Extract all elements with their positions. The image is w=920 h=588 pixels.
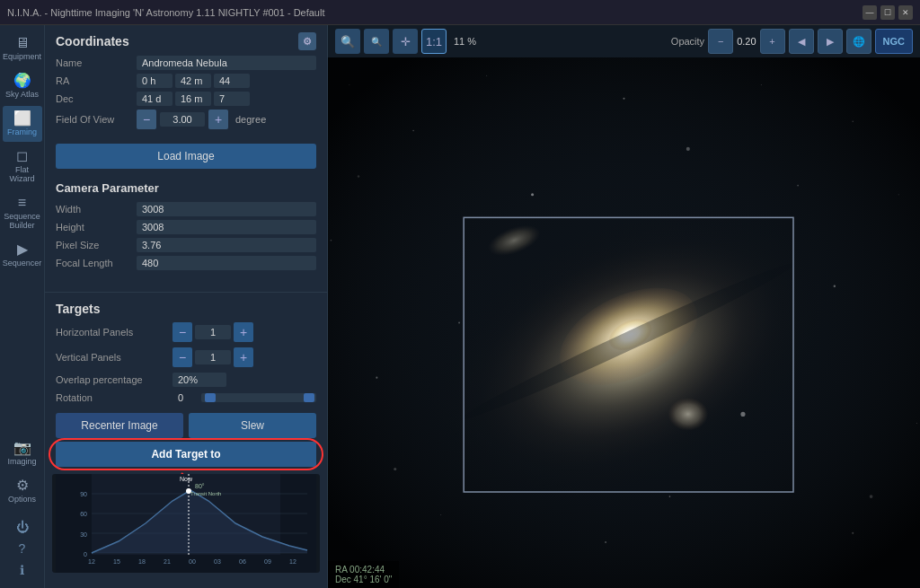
dec-d-input[interactable] (137, 92, 172, 106)
coordinates-settings-btn[interactable]: ⚙ (298, 32, 316, 50)
camera-parameter-section: Camera Parameter Width Height Pixel Size… (45, 178, 327, 288)
icon-sidebar: 🖥 Equipment 🌍 Sky Atlas ⬜ Framing ◻ Flat… (0, 25, 45, 588)
framing-label: Framing (7, 127, 37, 136)
framing-icon: ⬜ (13, 111, 31, 126)
opacity-label: Opacity (671, 36, 704, 47)
fov-plus-btn[interactable]: + (208, 110, 228, 129)
window-controls: — ☐ ✕ (862, 5, 913, 20)
fov-label: Field Of View (56, 114, 137, 125)
vertical-panels-input[interactable] (195, 350, 231, 364)
globe-btn[interactable]: 🌐 (846, 29, 871, 54)
image-toolbar: 🔍 🔍 ✛ 1:1 11 % Opacity − 0.20 + ◀ ▶ 🌐 NG… (328, 25, 920, 57)
divider-1 (45, 292, 327, 293)
info-icon[interactable]: ℹ (18, 561, 26, 579)
svg-text:03: 03 (214, 558, 221, 565)
opacity-value: 0.20 (737, 36, 756, 47)
fov-row: Field Of View − + degree (56, 110, 316, 129)
coordinates-section-header: Coordinates ⚙ (45, 25, 327, 54)
ra-row: RA (56, 74, 316, 88)
close-button[interactable]: ✕ (898, 5, 913, 20)
load-image-btn[interactable]: Load Image (56, 144, 316, 169)
ra-s-input[interactable] (214, 74, 250, 88)
dec-s-input[interactable] (214, 92, 250, 106)
prev-btn[interactable]: ◀ (789, 29, 814, 54)
zoom-in-btn[interactable]: 🔍 (335, 29, 360, 54)
galaxy-image (328, 57, 920, 588)
zoom-1-1-btn[interactable]: 1:1 (421, 29, 447, 54)
opacity-plus-btn[interactable]: + (760, 29, 785, 54)
horizontal-panels-row: Horizontal Panels − + (45, 320, 327, 345)
power-icon[interactable]: ⏻ (14, 518, 31, 536)
sidebar-item-equipment[interactable]: 🖥 Equipment (3, 31, 42, 66)
svg-text:30: 30 (80, 531, 87, 538)
pixel-size-input[interactable] (137, 238, 316, 252)
height-row: Height (56, 220, 316, 234)
sidebar-item-sequence-builder[interactable]: ≡ Sequence Builder (3, 190, 42, 235)
sidebar-item-options[interactable]: ⚙ Options (3, 473, 42, 509)
imaging-label: Imaging (7, 457, 36, 466)
vertical-panels-plus[interactable]: + (234, 347, 253, 367)
title-text: N.I.N.A. - Nighttime Imaging 'N' Astrono… (7, 7, 862, 18)
dec-label: Dec (56, 93, 137, 104)
rotation-slider[interactable] (201, 393, 316, 402)
overlap-label: Overlap percentage (56, 374, 172, 385)
coordinates-title: Coordinates (56, 34, 129, 48)
overlap-input[interactable] (172, 373, 226, 387)
horizontal-panels-label: Horizontal Panels (56, 327, 172, 338)
fov-unit: degree (235, 114, 266, 125)
sidebar-item-imaging[interactable]: 📷 Imaging (3, 435, 42, 471)
dec-m-input[interactable] (175, 92, 211, 106)
altitude-chart: Now 80° Transit North 0 30 60 90 12 15 1… (52, 474, 320, 573)
sequence-builder-icon: ≡ (18, 196, 26, 210)
camera-parameter-title: Camera Parameter (45, 178, 327, 200)
svg-text:0: 0 (84, 551, 87, 557)
sidebar-item-sequencer[interactable]: ▶ Sequencer (3, 237, 42, 273)
svg-text:18: 18 (138, 558, 146, 565)
vertical-panels-label: Vertical Panels (56, 352, 172, 363)
ra-label: RA (56, 75, 137, 86)
ngc-btn[interactable]: NGC (875, 29, 913, 54)
sidebar-item-flat-wizard[interactable]: ◻ Flat Wizard (3, 144, 42, 189)
maximize-button[interactable]: ☐ (880, 5, 895, 20)
flat-wizard-icon: ◻ (16, 149, 28, 163)
name-row: Name (56, 56, 316, 70)
horizontal-panels-plus[interactable]: + (234, 322, 253, 342)
svg-text:12: 12 (88, 558, 95, 565)
focal-length-input[interactable] (137, 256, 316, 270)
fov-minus-btn[interactable]: − (137, 110, 156, 129)
question-icon[interactable]: ? (17, 540, 28, 557)
recenter-image-btn[interactable]: Recenter Image (56, 413, 183, 438)
slew-btn[interactable]: Slew (189, 413, 316, 438)
opacity-minus-btn[interactable]: − (708, 29, 733, 54)
horizontal-panels-minus[interactable]: − (172, 322, 192, 342)
svg-text:12: 12 (289, 558, 296, 565)
dec-row: Dec (56, 92, 316, 106)
ra-h-input[interactable] (137, 74, 172, 88)
sidebar-item-sky-atlas[interactable]: 🌍 Sky Atlas (3, 68, 42, 104)
crosshair-btn[interactable]: ✛ (393, 29, 418, 54)
sidebar-item-framing[interactable]: ⬜ Framing (3, 106, 42, 142)
next-btn[interactable]: ▶ (818, 29, 843, 54)
ra-m-input[interactable] (175, 74, 211, 88)
add-target-wrapper: Add Target to (56, 442, 316, 467)
name-input[interactable] (137, 56, 316, 70)
svg-rect-57 (328, 57, 920, 588)
fov-input[interactable] (160, 112, 205, 127)
sky-atlas-label: Sky Atlas (5, 90, 39, 99)
height-input[interactable] (137, 220, 316, 234)
add-target-btn[interactable]: Add Target to (56, 442, 316, 467)
vertical-panels-minus[interactable]: − (172, 347, 192, 367)
svg-text:21: 21 (164, 558, 171, 565)
sky-atlas-icon: 🌍 (13, 74, 31, 88)
zoom-1-1-label: 1:1 (426, 35, 442, 48)
ra-info: RA 00:42:44 (335, 565, 392, 575)
width-input[interactable] (137, 202, 316, 216)
vertical-panels-row: Vertical Panels − + (45, 345, 327, 370)
fov-controls: − + degree (137, 110, 266, 129)
pixel-size-row: Pixel Size (56, 238, 316, 252)
svg-text:90: 90 (80, 491, 87, 497)
horizontal-panels-input[interactable] (195, 325, 231, 339)
minimize-button[interactable]: — (862, 5, 877, 20)
zoom-out-btn[interactable]: 🔍 (364, 29, 389, 54)
width-row: Width (56, 202, 316, 216)
